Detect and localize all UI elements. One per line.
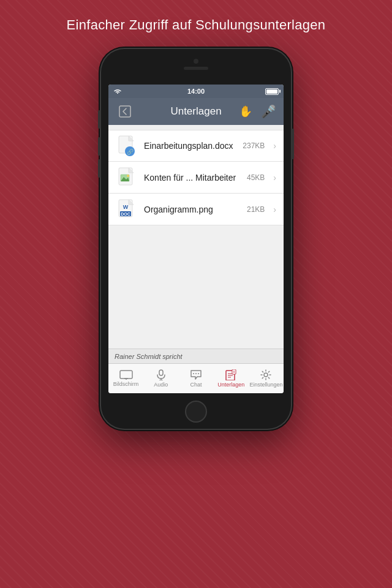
file-item[interactable]: Konten für ... Mitarbeiter 45KB › xyxy=(108,162,284,194)
tab-audio[interactable]: Audio xyxy=(143,364,178,393)
svg-text:DOC: DOC xyxy=(121,212,130,216)
status-time: 14:00 xyxy=(187,88,205,95)
home-button[interactable] xyxy=(185,401,207,423)
phone-frame: 14:00 Unterlagen ✋ 🎤 xyxy=(101,49,291,429)
image-file-icon xyxy=(118,167,136,188)
microphone-icon[interactable]: 🎤 xyxy=(261,104,276,119)
tab-label-active: Unterlagen xyxy=(217,382,244,388)
file-icon-doc: DOC W xyxy=(116,198,138,221)
tab-bildschirm[interactable]: Bildschirm xyxy=(108,364,143,393)
doc-file-icon: DOC W xyxy=(118,199,136,220)
audio-icon xyxy=(156,369,167,380)
tab-bar: Bildschirm Audio Chat xyxy=(108,363,284,393)
svg-rect-15 xyxy=(159,370,163,375)
svg-rect-25 xyxy=(232,369,236,374)
svg-point-28 xyxy=(264,373,268,377)
svg-point-7 xyxy=(127,175,129,177)
tab-label: Audio xyxy=(154,382,168,388)
tab-label: Bildschirm xyxy=(113,381,139,387)
back-button[interactable] xyxy=(116,102,134,121)
tab-label: Einstellungen xyxy=(249,382,282,388)
file-item[interactable]: 🔗 Einarbeitungsplan.docx 237KB › xyxy=(108,130,284,162)
wifi-icon xyxy=(113,88,122,94)
file-size: 237KB xyxy=(243,141,265,150)
nav-bar: Unterlagen ✋ 🎤 xyxy=(108,98,284,125)
tab-unterlagen[interactable]: Unterlagen xyxy=(214,364,249,393)
chevron-right-icon: › xyxy=(273,141,276,151)
svg-point-20 xyxy=(198,373,199,374)
svg-rect-12 xyxy=(120,371,132,379)
file-name: Einarbeitungsplan.docx xyxy=(144,141,236,151)
chevron-right-icon: › xyxy=(273,205,276,214)
svg-point-18 xyxy=(193,373,194,374)
status-bar: 14:00 xyxy=(108,85,284,98)
nav-actions: ✋ 🎤 xyxy=(239,104,276,119)
earpiece xyxy=(184,67,208,70)
file-name: Konten für ... Mitarbeiter xyxy=(144,173,241,183)
svg-point-19 xyxy=(195,373,197,374)
file-name: Organigramm.png xyxy=(144,205,241,214)
file-size: 45KB xyxy=(247,173,265,182)
docs-icon xyxy=(225,369,237,380)
raise-hand-icon[interactable]: ✋ xyxy=(239,105,252,118)
status-right xyxy=(265,88,279,95)
phone-top-hardware xyxy=(184,59,208,70)
file-size: 21KB xyxy=(247,205,265,214)
svg-text:W: W xyxy=(123,204,129,210)
speaker-bar: Rainer Schmidt spricht xyxy=(108,349,284,363)
status-left xyxy=(113,88,122,94)
nav-title: Unterlagen xyxy=(170,105,221,118)
screen: 14:00 Unterlagen ✋ 🎤 xyxy=(108,85,284,393)
monitor-icon xyxy=(119,370,133,380)
svg-rect-0 xyxy=(119,106,130,117)
battery-icon xyxy=(265,88,279,95)
docx-file-icon: 🔗 xyxy=(118,135,136,156)
file-item[interactable]: DOC W Organigramm.png 21KB › xyxy=(108,194,284,225)
svg-text:🔗: 🔗 xyxy=(127,148,134,156)
tab-label: Chat xyxy=(190,382,202,388)
file-icon-docx: 🔗 xyxy=(116,135,138,157)
file-list: 🔗 Einarbeitungsplan.docx 237KB › xyxy=(108,125,284,349)
chat-icon xyxy=(190,369,202,380)
camera xyxy=(194,59,198,64)
tab-chat[interactable]: Chat xyxy=(178,364,213,393)
tab-einstellungen[interactable]: Einstellungen xyxy=(249,364,284,393)
battery-fill xyxy=(266,89,277,94)
file-icon-image xyxy=(116,167,138,189)
chevron-right-icon: › xyxy=(273,173,276,183)
speaker-text: Rainer Schmidt spricht xyxy=(115,353,183,360)
page-title: Einfacher Zugriff auf Schulungsunterlage… xyxy=(0,17,392,33)
back-icon xyxy=(118,105,132,118)
settings-icon xyxy=(260,369,271,380)
